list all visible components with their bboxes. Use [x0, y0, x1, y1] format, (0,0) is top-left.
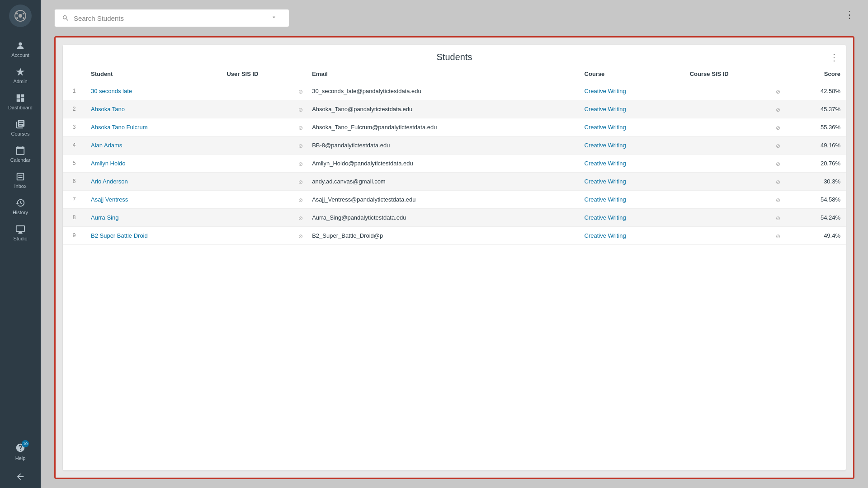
col-course-sis: Course SIS ID — [684, 66, 784, 82]
table-row: 1 30 seconds late ⊘ 30_seconds_late@pand… — [63, 82, 846, 100]
cell-email: andy.ad.canvas@gmail.com — [307, 173, 579, 191]
cell-course[interactable]: Creative Writing — [579, 209, 684, 227]
cell-sis: ⊘ — [221, 82, 307, 100]
svg-point-5 — [23, 17, 24, 19]
students-table-container[interactable]: Student User SIS ID Email Course Course … — [63, 66, 846, 470]
cell-sis: ⊘ — [221, 100, 307, 118]
search-bar[interactable]: Search Students — [54, 9, 289, 27]
students-card: Students ⋮ Student User SIS ID Email Cou… — [63, 45, 846, 470]
col-sis-id: User SIS ID — [221, 66, 307, 82]
main-area: Search Students ⋮ Students ⋮ Student — [41, 0, 868, 488]
sidebar-back-button[interactable] — [0, 465, 41, 488]
sidebar-item-studio[interactable]: Studio — [0, 220, 41, 246]
cell-course[interactable]: Creative Writing — [579, 227, 684, 245]
svg-point-6 — [19, 42, 22, 46]
cell-course[interactable]: Creative Writing — [579, 155, 684, 173]
cell-course[interactable]: Creative Writing — [579, 118, 684, 136]
sidebar-label-inbox: Inbox — [14, 183, 27, 189]
table-row: 2 Ahsoka Tano ⊘ Ahsoka_Tano@pandalyticte… — [63, 100, 846, 118]
students-card-header: Students ⋮ — [63, 45, 846, 66]
cell-sis: ⊘ — [221, 173, 307, 191]
sidebar-item-inbox[interactable]: Inbox — [0, 167, 41, 193]
cell-student-name[interactable]: Alan Adams — [85, 136, 221, 155]
table-row: 5 Amilyn Holdo ⊘ Amilyn_Holdo@pandalytic… — [63, 155, 846, 173]
sidebar-label-courses: Courses — [11, 131, 30, 136]
svg-point-1 — [19, 14, 22, 18]
cell-score: 49.4% — [784, 227, 846, 245]
cell-course-sis: ⊘ — [684, 155, 784, 173]
cell-student-name[interactable]: Aurra Sing — [85, 209, 221, 227]
cell-student-name[interactable]: Ahsoka Tano — [85, 100, 221, 118]
cell-num: 9 — [63, 227, 85, 245]
cell-num: 8 — [63, 209, 85, 227]
svg-point-3 — [23, 13, 24, 14]
sidebar-item-help[interactable]: 10 Help — [0, 438, 41, 465]
col-student: Student — [85, 66, 221, 82]
cell-score: 49.16% — [784, 136, 846, 155]
col-num — [63, 66, 85, 82]
cell-email: B2_Super_Battle_Droid@p — [307, 227, 579, 245]
sidebar-item-admin[interactable]: Admin — [0, 62, 41, 89]
sidebar-label-help: Help — [15, 455, 26, 461]
search-chevron[interactable] — [271, 14, 282, 22]
cell-course[interactable]: Creative Writing — [579, 82, 684, 100]
cell-course-sis: ⊘ — [684, 191, 784, 209]
cell-course-sis: ⊘ — [684, 227, 784, 245]
cell-course-sis: ⊘ — [684, 136, 784, 155]
cell-email: Aurra_Sing@pandalytictestdata.edu — [307, 209, 579, 227]
sidebar-label-account: Account — [11, 52, 29, 58]
cell-student-name[interactable]: Ahsoka Tano Fulcrum — [85, 118, 221, 136]
cell-course[interactable]: Creative Writing — [579, 100, 684, 118]
cell-score: 30.3% — [784, 173, 846, 191]
cell-sis: ⊘ — [221, 191, 307, 209]
cell-course[interactable]: Creative Writing — [579, 191, 684, 209]
sidebar-label-history: History — [13, 210, 28, 215]
sidebar-label-admin: Admin — [13, 79, 27, 84]
cell-course[interactable]: Creative Writing — [579, 173, 684, 191]
sidebar-item-courses[interactable]: Courses — [0, 115, 41, 141]
help-badge-count: 10 — [22, 440, 29, 447]
sidebar-item-dashboard[interactable]: Dashboard — [0, 89, 41, 115]
students-table: Student User SIS ID Email Course Course … — [63, 66, 846, 245]
sidebar-item-account[interactable]: Account — [0, 36, 41, 62]
cell-num: 1 — [63, 82, 85, 100]
cell-course-sis: ⊘ — [684, 173, 784, 191]
cell-sis: ⊘ — [221, 118, 307, 136]
cell-student-name[interactable]: 30 seconds late — [85, 82, 221, 100]
cell-score: 45.37% — [784, 100, 846, 118]
cell-num: 7 — [63, 191, 85, 209]
cell-sis: ⊘ — [221, 136, 307, 155]
cell-course-sis: ⊘ — [684, 209, 784, 227]
table-row: 4 Alan Adams ⊘ BB-8@pandalytictestdata.e… — [63, 136, 846, 155]
cell-score: 54.24% — [784, 209, 846, 227]
sidebar-label-calendar: Calendar — [10, 157, 31, 163]
table-row: 7 Asajj Ventress ⊘ Asajj_Ventress@pandal… — [63, 191, 846, 209]
sidebar-item-calendar[interactable]: Calendar — [0, 141, 41, 167]
cell-email: Ahsoka_Tano@pandalytictestdata.edu — [307, 100, 579, 118]
cell-sis: ⊘ — [221, 209, 307, 227]
students-card-menu[interactable]: ⋮ — [830, 52, 839, 63]
cell-score: 42.58% — [784, 82, 846, 100]
cell-sis: ⊘ — [221, 155, 307, 173]
cell-student-name[interactable]: Asajj Ventress — [85, 191, 221, 209]
table-row: 8 Aurra Sing ⊘ Aurra_Sing@pandalytictest… — [63, 209, 846, 227]
sidebar-logo[interactable] — [9, 5, 32, 27]
cell-course[interactable]: Creative Writing — [579, 136, 684, 155]
cell-score: 20.76% — [784, 155, 846, 173]
sidebar-label-dashboard: Dashboard — [8, 105, 33, 110]
cell-course-sis: ⊘ — [684, 100, 784, 118]
cell-num: 6 — [63, 173, 85, 191]
cell-student-name[interactable]: Arlo Anderson — [85, 173, 221, 191]
cell-email: Ahsoka_Tano_Fulcrum@pandalytictestdata.e… — [307, 118, 579, 136]
cell-student-name[interactable]: Amilyn Holdo — [85, 155, 221, 173]
sidebar: Account Admin Dashboard Courses Calendar… — [0, 0, 41, 488]
sidebar-item-history[interactable]: History — [0, 193, 41, 220]
cell-score: 54.58% — [784, 191, 846, 209]
cell-student-name[interactable]: B2 Super Battle Droid — [85, 227, 221, 245]
cell-email: 30_seconds_late@pandalytictestdata.edu — [307, 82, 579, 100]
svg-point-2 — [16, 13, 18, 14]
table-row: 9 B2 Super Battle Droid ⊘ B2_Super_Battl… — [63, 227, 846, 245]
top-right-menu[interactable]: ⋮ — [844, 9, 854, 21]
help-badge-container: 10 — [15, 443, 25, 454]
red-border-container: Students ⋮ Student User SIS ID Email Cou… — [54, 36, 854, 479]
